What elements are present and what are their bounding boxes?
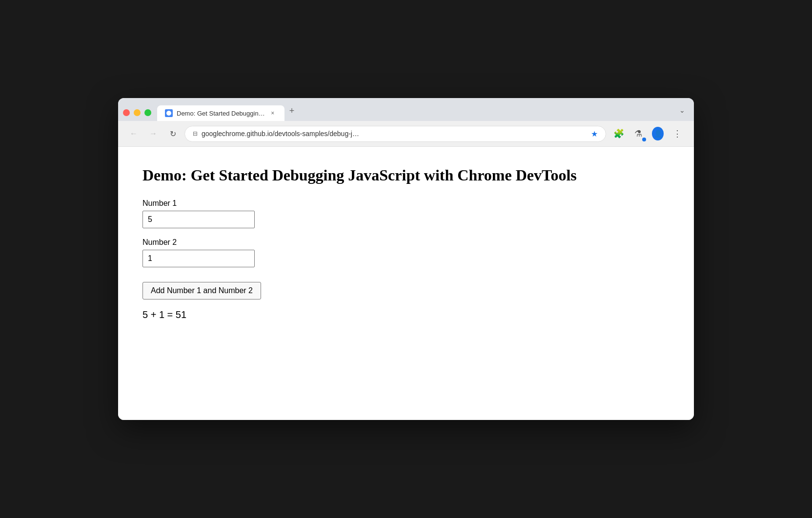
forward-icon: →: [149, 129, 157, 138]
tab-favicon-icon: [165, 109, 173, 117]
extensions-button[interactable]: 🧩: [610, 125, 628, 142]
back-button[interactable]: ←: [126, 126, 142, 141]
toolbar-icons: 🧩 ⚗ 👤 ⋮: [610, 125, 686, 142]
page-title: Demo: Get Started Debugging JavaScript w…: [142, 166, 670, 184]
active-tab[interactable]: Demo: Get Started Debuggin… ×: [157, 105, 284, 121]
maximize-window-button[interactable]: [144, 109, 151, 116]
reload-icon: ↻: [170, 129, 176, 139]
number2-label: Number 2: [142, 238, 670, 247]
new-tab-button[interactable]: +: [284, 103, 300, 121]
result-text: 5 + 1 = 51: [142, 309, 670, 320]
url-text: googlechrome.github.io/devtools-samples/…: [202, 130, 587, 138]
security-icon: ⊟: [193, 130, 198, 137]
minimize-window-button[interactable]: [134, 109, 141, 116]
reload-button[interactable]: ↻: [165, 126, 181, 141]
bookmark-icon: ★: [591, 129, 598, 139]
close-window-button[interactable]: [123, 109, 130, 116]
lab-icon: ⚗: [634, 128, 642, 139]
back-icon: ←: [130, 129, 138, 138]
window-controls: [123, 109, 157, 121]
add-numbers-button[interactable]: Add Number 1 and Number 2: [142, 282, 261, 299]
page-content: Demo: Get Started Debugging JavaScript w…: [118, 147, 694, 420]
address-bar: ← → ↻ ⊟ googlechrome.github.io/devtools-…: [118, 121, 694, 147]
avatar: 👤: [652, 127, 664, 140]
profile-icon: 👤: [654, 130, 662, 138]
browser-window: Demo: Get Started Debuggin… × + ⌄ ← → ↻ …: [118, 98, 694, 420]
tab-bar: Demo: Get Started Debuggin… × + ⌄: [118, 98, 694, 121]
tab-bar-right: ⌄: [675, 104, 689, 121]
number1-label: Number 1: [142, 199, 670, 208]
lab-button[interactable]: ⚗: [629, 125, 647, 142]
number2-input[interactable]: [142, 250, 255, 267]
extensions-icon: 🧩: [613, 128, 624, 139]
profile-button[interactable]: 👤: [649, 125, 667, 142]
url-bar[interactable]: ⊟ googlechrome.github.io/devtools-sample…: [184, 126, 606, 142]
forward-button[interactable]: →: [145, 126, 161, 141]
number2-group: Number 2: [142, 238, 670, 267]
tab-dropdown-button[interactable]: ⌄: [675, 104, 689, 116]
tab-close-button[interactable]: ×: [269, 109, 277, 117]
number1-group: Number 1: [142, 199, 670, 228]
number1-input[interactable]: [142, 211, 255, 228]
tab-title: Demo: Get Started Debuggin…: [177, 110, 265, 117]
more-icon: ⋮: [673, 128, 682, 139]
more-button[interactable]: ⋮: [669, 125, 686, 142]
